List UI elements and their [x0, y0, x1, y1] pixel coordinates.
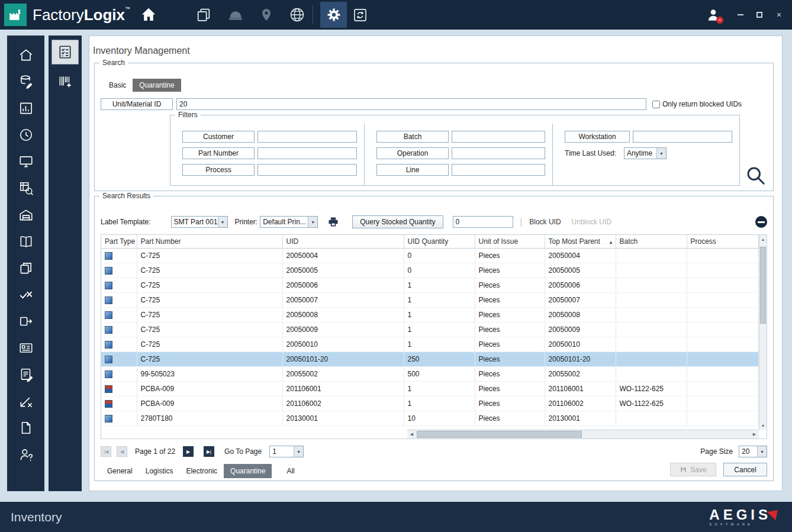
table-row[interactable]: C-725200500050Pieces20050005 — [101, 263, 759, 278]
minimize-button[interactable] — [738, 14, 745, 15]
printer-select[interactable]: Default Prin... ▼ — [260, 216, 318, 228]
sidebar-item-deployment[interactable] — [7, 148, 44, 175]
sub-item-barcode-add[interactable] — [51, 69, 79, 93]
table-row[interactable]: C-725200500091Pieces20050009 — [101, 322, 759, 337]
print-button[interactable] — [327, 216, 339, 228]
horizontal-scroll-thumb[interactable] — [417, 431, 582, 438]
vertical-scrollbar[interactable]: ▲ ▼ — [759, 235, 767, 430]
table-row[interactable]: C-725200500040Pieces20050004 — [101, 248, 759, 263]
scroll-down-icon[interactable]: ▼ — [759, 421, 767, 430]
only-blocked-checkbox[interactable] — [652, 101, 660, 108]
table-row[interactable]: C-72520050101-20250Pieces20050101-20 — [101, 352, 759, 366]
goto-page-select[interactable]: 1 ▼ — [269, 446, 304, 457]
prev-page-button[interactable]: ◀ — [117, 446, 127, 457]
home-icon — [18, 47, 34, 63]
table-row[interactable]: PCBA-0092011060011Pieces201106001WO-1122… — [101, 381, 759, 396]
sidebar-item-support[interactable] — [7, 441, 44, 467]
block-icon[interactable] — [755, 216, 767, 228]
production-button[interactable] — [227, 7, 244, 23]
settings-button[interactable] — [320, 2, 347, 28]
user-button[interactable]: × — [706, 7, 721, 22]
sidebar-item-history[interactable] — [7, 121, 44, 148]
label-template-select[interactable]: SMT Part 001 ▼ — [171, 216, 228, 228]
col-part-number[interactable]: Part Number — [137, 235, 282, 248]
operation-filter-row: Operation — [365, 145, 552, 162]
sub-item-inventory-details[interactable] — [51, 40, 79, 65]
maximize-button[interactable] — [756, 12, 764, 18]
tab-general[interactable]: General — [101, 464, 139, 478]
sidebar-item-data-maintenance[interactable] — [7, 68, 44, 95]
part-number-filter-input[interactable] — [257, 147, 357, 159]
scroll-up-icon[interactable]: ▲ — [759, 235, 767, 243]
sidebar-item-production-planning[interactable] — [7, 95, 44, 121]
tab-logistics[interactable]: Logistics — [139, 464, 180, 478]
query-stocked-quantity-button[interactable]: Query Stocked Quantity — [352, 215, 443, 228]
sidebar-item-data-query[interactable] — [7, 175, 44, 201]
close-button[interactable]: × — [775, 11, 783, 19]
table-row[interactable]: 99-50502320055002500Pieces20055002 — [101, 366, 759, 381]
operation-filter-input[interactable] — [452, 147, 545, 159]
pagination: |◀ ◀ Page 1 of 22 ▶ ▶| Go To Page 1 ▼ Pa… — [101, 445, 767, 458]
sidebar-item-warehouse[interactable] — [7, 201, 44, 228]
home-nav-button[interactable] — [140, 6, 157, 24]
last-page-button[interactable]: ▶| — [204, 446, 214, 457]
table-row[interactable]: C-725200500081Pieces20050008 — [101, 307, 759, 322]
sidebar-item-home[interactable] — [7, 41, 44, 68]
next-page-button[interactable]: ▶ — [183, 446, 194, 457]
scroll-right-icon[interactable]: ▶ — [750, 430, 759, 439]
table-row[interactable]: C-725200500071Pieces20050007 — [101, 292, 759, 307]
run-search-button[interactable] — [745, 165, 766, 186]
table-row[interactable]: C-725200500061Pieces20050006 — [101, 278, 759, 292]
col-part-type[interactable]: Part Type — [101, 235, 137, 248]
col-uid[interactable]: UID — [282, 235, 404, 248]
col-batch[interactable]: Batch — [616, 235, 687, 248]
tracking-button[interactable] — [259, 7, 273, 23]
documents-button[interactable] — [195, 7, 212, 23]
vertical-scroll-thumb[interactable] — [760, 247, 766, 324]
save-button[interactable]: Save — [670, 463, 716, 476]
col-uid-quantity[interactable]: UID Quantity — [404, 235, 475, 248]
sidebar-item-material-transfer[interactable] — [7, 308, 44, 334]
col-unit-of-issue[interactable]: Unit of Issue — [475, 235, 545, 248]
sidebar-item-batch-copy[interactable] — [7, 254, 44, 281]
col-top-most-parent[interactable]: Top Most Parent▲ — [545, 235, 616, 248]
tab-quarantine[interactable]: Quarantine — [133, 79, 181, 92]
scroll-left-icon[interactable]: ◀ — [407, 430, 416, 439]
process-filter-input[interactable] — [257, 164, 357, 176]
tab-quarantine-bottom[interactable]: Quarantine — [224, 464, 272, 478]
tab-all[interactable]: All — [280, 464, 301, 478]
block-uid-button[interactable]: Block UID — [529, 218, 561, 226]
web-button[interactable] — [289, 7, 305, 23]
cancel-button[interactable]: Cancel — [723, 463, 767, 476]
sidebar-item-documentation[interactable] — [7, 228, 44, 254]
customer-filter-input[interactable] — [257, 131, 357, 143]
sidebar-item-document-edit[interactable] — [7, 361, 44, 388]
first-page-button[interactable]: |◀ — [101, 446, 111, 457]
tab-electronic[interactable]: Electronic — [179, 464, 224, 478]
tab-basic[interactable]: Basic — [102, 79, 133, 92]
table-row[interactable]: 2780T1802013000110Pieces20130001 — [101, 411, 759, 425]
horizontal-scrollbar[interactable]: ◀ ▶ — [407, 430, 759, 439]
stocked-quantity-input[interactable] — [453, 216, 513, 228]
batch-filter-input[interactable] — [452, 131, 545, 143]
uid-quantity-cell: 1 — [404, 396, 475, 411]
page-size-group: Page Size 20 ▼ — [698, 446, 767, 457]
search-results-legend: Search Results — [99, 192, 153, 201]
unit-of-issue-cell: Pieces — [475, 337, 545, 352]
sidebar-item-id-card[interactable] — [7, 334, 44, 361]
line-filter-input[interactable] — [452, 164, 545, 176]
col-process[interactable]: Process — [687, 235, 759, 248]
sync-button[interactable] — [347, 2, 374, 28]
sidebar-item-validation[interactable] — [7, 281, 44, 308]
sidebar-item-measurement[interactable] — [7, 388, 44, 414]
workstation-filter-input[interactable] — [633, 131, 732, 143]
page-size-select[interactable]: 20 ▼ — [739, 446, 767, 457]
unblock-uid-button[interactable]: Unblock UID — [572, 218, 611, 226]
unit-material-input[interactable] — [176, 98, 646, 110]
time-last-used-select[interactable]: Anytime ▼ — [624, 147, 667, 159]
table-search-icon — [18, 180, 34, 196]
table-row[interactable]: C-725200500101Pieces20050010 — [101, 337, 759, 352]
unit-material-row: Unit/Material ID Only return blocked UID… — [101, 98, 767, 110]
table-row[interactable]: PCBA-0092011060021Pieces201106002WO-1122… — [101, 396, 759, 411]
sidebar-item-file-template[interactable] — [7, 414, 44, 441]
